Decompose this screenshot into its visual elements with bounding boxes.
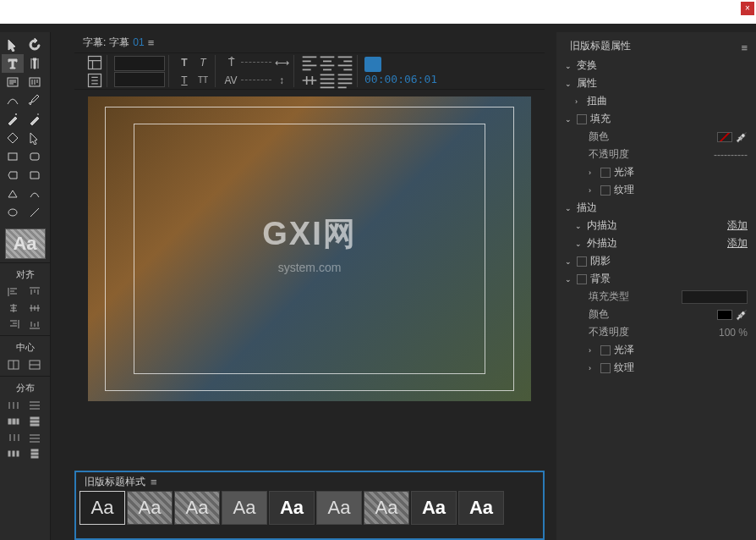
- fill-color-swatch[interactable]: [717, 132, 732, 142]
- prop-stroke[interactable]: 描边: [577, 201, 597, 215]
- align-right-icon[interactable]: [3, 317, 24, 332]
- font-style-dropdown[interactable]: [114, 72, 165, 87]
- bg-texture-checkbox[interactable]: [600, 363, 611, 373]
- roll-crawl-icon[interactable]: [86, 72, 103, 89]
- chevron-down-icon[interactable]: ⌄: [565, 275, 573, 284]
- small-caps-icon[interactable]: TT: [194, 72, 211, 89]
- justify-icon[interactable]: [319, 72, 336, 89]
- prop-opacity-value[interactable]: ----------: [714, 149, 748, 161]
- align-left-text-icon[interactable]: [301, 54, 318, 71]
- sheen-checkbox[interactable]: [600, 168, 611, 178]
- bg-sheen-checkbox[interactable]: [600, 345, 611, 355]
- title-menu-icon[interactable]: ≡: [148, 36, 155, 49]
- distrib-v-bottom-icon[interactable]: [25, 430, 45, 445]
- align-top-icon[interactable]: [25, 284, 45, 300]
- prop-distort[interactable]: 扭曲: [587, 94, 607, 108]
- center-h-icon[interactable]: [3, 357, 24, 372]
- kerning-icon[interactable]: AV: [222, 72, 239, 89]
- style-swatch[interactable]: Aa: [316, 491, 362, 525]
- clipped-rect-tool-icon[interactable]: [2, 166, 24, 185]
- style-swatch[interactable]: Aa: [364, 491, 409, 525]
- add-inner-stroke-link[interactable]: 添加: [727, 218, 748, 233]
- path-type-tool-icon[interactable]: [2, 91, 24, 110]
- convert-anchor-tool-icon[interactable]: [2, 129, 24, 147]
- shadow-checkbox[interactable]: [577, 256, 587, 267]
- align-right-text-icon[interactable]: [337, 54, 353, 71]
- fill-checkbox[interactable]: [577, 114, 587, 124]
- styles-menu-icon[interactable]: ≡: [151, 476, 157, 488]
- style-swatch[interactable]: Aa: [458, 491, 504, 525]
- rounded-rect-tool-icon[interactable]: [24, 147, 46, 166]
- prop-texture[interactable]: 纹理: [614, 183, 634, 197]
- artboard[interactable]: GXI网 system.com: [88, 96, 531, 401]
- kerning-value[interactable]: [241, 80, 271, 80]
- underline-icon[interactable]: T: [176, 72, 193, 89]
- style-swatch[interactable]: Aa: [127, 491, 173, 525]
- prop-shadow[interactable]: 阴影: [590, 254, 611, 268]
- vertical-type-tool-icon[interactable]: [24, 54, 46, 73]
- line-tool-icon[interactable]: [24, 203, 46, 222]
- italic-icon[interactable]: T: [194, 54, 211, 71]
- ellipse-tool-icon[interactable]: [2, 203, 24, 222]
- fill-type-dropdown[interactable]: [682, 290, 748, 304]
- distrib-h-right-icon[interactable]: [3, 430, 24, 445]
- chevron-down-icon[interactable]: ⌄: [565, 115, 573, 124]
- rounded-corner-tool-icon[interactable]: [24, 166, 46, 185]
- chevron-down-icon[interactable]: ⌄: [565, 62, 573, 70]
- eyedropper-icon[interactable]: [736, 309, 748, 321]
- wedge-tool-icon[interactable]: [2, 185, 24, 203]
- justify-last-icon[interactable]: [337, 72, 353, 89]
- direct-select-tool-icon[interactable]: [24, 129, 46, 147]
- style-swatch[interactable]: Aa: [411, 491, 457, 525]
- align-bottom-icon[interactable]: [25, 317, 45, 332]
- properties-menu-icon[interactable]: ≡: [741, 41, 748, 54]
- rectangle-tool-icon[interactable]: [2, 147, 24, 166]
- prop-transform[interactable]: 变换: [577, 58, 597, 73]
- title-templates-icon[interactable]: [86, 54, 103, 71]
- distrib-h-center-icon[interactable]: [3, 414, 24, 429]
- distrib-v-center-icon[interactable]: [25, 414, 45, 429]
- distrib-v-top-icon[interactable]: [25, 398, 45, 413]
- add-outer-stroke-link[interactable]: 添加: [727, 236, 748, 251]
- arc-tool-icon[interactable]: [24, 185, 46, 203]
- bold-icon[interactable]: T: [176, 54, 193, 71]
- prop-properties[interactable]: 属性: [577, 76, 597, 91]
- chevron-down-icon[interactable]: ⌄: [565, 80, 573, 88]
- prop-bg-opacity-value[interactable]: 100 %: [719, 327, 748, 339]
- leading-icon[interactable]: ⟷: [273, 54, 290, 71]
- prop-background[interactable]: 背景: [590, 272, 611, 286]
- background-checkbox[interactable]: [577, 274, 587, 284]
- selection-tool-icon[interactable]: [2, 36, 24, 54]
- chevron-right-icon[interactable]: ›: [575, 97, 583, 106]
- distrib-h-space-icon[interactable]: [3, 446, 24, 461]
- style-swatch[interactable]: Aa: [174, 491, 220, 525]
- prop-sheen[interactable]: 光泽: [614, 165, 634, 179]
- prop-bg-texture[interactable]: 纹理: [614, 361, 634, 375]
- delete-anchor-tool-icon[interactable]: [24, 110, 46, 129]
- bg-color-swatch[interactable]: [717, 310, 732, 320]
- vertical-area-type-tool-icon[interactable]: [24, 73, 46, 91]
- font-family-dropdown[interactable]: [114, 56, 165, 71]
- font-size-value[interactable]: [241, 62, 271, 63]
- area-type-tool-icon[interactable]: [2, 73, 24, 91]
- pen-tool-icon[interactable]: [24, 91, 46, 110]
- chevron-right-icon[interactable]: ›: [589, 186, 597, 195]
- align-center-text-icon[interactable]: [319, 54, 336, 71]
- prop-fill[interactable]: 填充: [590, 112, 611, 126]
- eyedropper-icon[interactable]: [736, 131, 748, 143]
- chevron-right-icon[interactable]: ›: [589, 364, 597, 372]
- chevron-down-icon[interactable]: ⌄: [565, 204, 573, 212]
- align-center-v-icon[interactable]: [25, 300, 45, 316]
- chevron-right-icon[interactable]: ›: [589, 168, 597, 177]
- font-size-icon[interactable]: T̂: [222, 54, 239, 71]
- timecode-display[interactable]: 00:00:06:01: [364, 73, 437, 85]
- style-swatch[interactable]: Aa: [79, 491, 125, 525]
- chevron-down-icon[interactable]: ⌄: [575, 222, 583, 230]
- tracking-icon[interactable]: ↕: [273, 72, 290, 89]
- align-left-icon[interactable]: [3, 284, 24, 300]
- show-video-toggle-icon[interactable]: [364, 57, 381, 72]
- distrib-h-left-icon[interactable]: [3, 398, 24, 413]
- texture-checkbox[interactable]: [600, 185, 611, 196]
- rotate-tool-icon[interactable]: [24, 36, 46, 54]
- chevron-down-icon[interactable]: ⌄: [565, 257, 573, 266]
